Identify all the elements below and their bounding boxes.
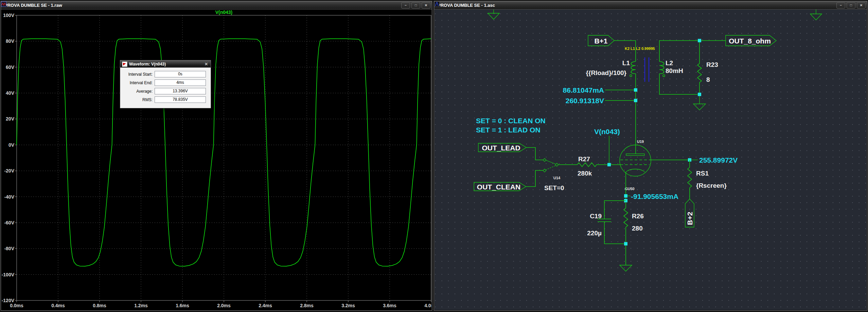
comment-lead-on[interactable]: SET = 1 : LEAD ON: [476, 126, 541, 134]
svg-text:OUT_CLEAN: OUT_CLEAN: [477, 183, 520, 191]
close-button[interactable]: ✕: [857, 2, 866, 8]
resistor-r27[interactable]: R27 280k: [577, 155, 597, 177]
svg-text:SET=0: SET=0: [544, 184, 564, 191]
inductor-l1[interactable]: L1 {{Rload}/100}: [586, 59, 636, 77]
resistor-r23[interactable]: R23 8: [697, 61, 718, 83]
interval-start-field[interactable]: 0s: [155, 71, 206, 77]
x-tick-label: 4.0ms: [424, 303, 431, 308]
plot-pane[interactable]: V(n043) 100V80V60V40V20V0V-20V-40V-60V-8…: [1, 10, 431, 310]
interval-end-field[interactable]: 4ms: [155, 79, 206, 86]
rms-label: RMS:: [120, 97, 155, 102]
minimize-button[interactable]: –: [836, 2, 845, 8]
y-tick-label: 100V: [3, 13, 14, 18]
x-tick-label: 3.2ms: [341, 303, 355, 308]
junction: [698, 93, 701, 96]
transformer-core: [645, 57, 649, 82]
plot-trace-title[interactable]: V(n043): [215, 10, 233, 15]
svg-text:U19: U19: [637, 140, 644, 144]
wire[interactable]: [659, 41, 726, 62]
schematic-window: PROVA DUMBLE SE - 1.asc – □ ✕ B+1 L1 {{R…: [434, 1, 867, 311]
maximize-button[interactable]: □: [847, 2, 855, 8]
node-label-vn043[interactable]: V(n043): [594, 128, 620, 135]
y-tick-label: -80V: [4, 246, 14, 251]
y-tick-label: 80V: [6, 38, 15, 44]
svg-text:OUT_LEAD: OUT_LEAD: [482, 144, 520, 152]
switch-u14[interactable]: U14 SET=0: [543, 159, 564, 191]
close-button[interactable]: ✕: [422, 2, 430, 8]
y-tick-label: -20V: [4, 168, 14, 173]
y-tick-label: -120V: [2, 298, 15, 303]
dialog-title: Waveform: V(n043): [129, 62, 203, 67]
y-tick-label: -40V: [4, 194, 14, 200]
dialog-titlebar[interactable]: Waveform: V(n043) ✕: [120, 60, 211, 68]
comment-clean-on[interactable]: SET = 0 : CLEAN ON: [476, 117, 546, 125]
y-tick-label: 40V: [6, 90, 15, 96]
y-tick-label: 60V: [6, 65, 15, 70]
flag-b-plus-1[interactable]: B+1: [588, 35, 614, 46]
wire[interactable]: [659, 74, 699, 94]
screen-voltage-annotation[interactable]: 255.89972V: [699, 156, 738, 164]
ground-symbol: [693, 94, 706, 110]
svg-text:{Rscreen}: {Rscreen}: [696, 182, 727, 189]
x-tick-label: 0.8ms: [93, 303, 106, 308]
wire[interactable]: [526, 148, 543, 160]
junction: [624, 242, 627, 245]
svg-text:{{Rload}/100}: {{Rload}/100}: [586, 69, 627, 76]
ground-symbol: [620, 265, 632, 271]
dialog-close-icon[interactable]: ✕: [203, 62, 209, 67]
svg-text:R27: R27: [578, 155, 590, 163]
flag-out-clean[interactable]: OUT_CLEAN: [474, 182, 526, 191]
flag-out-8-ohm[interactable]: OUT_8_ohm: [726, 35, 776, 46]
inductor-l2[interactable]: L2 80mH: [659, 59, 683, 77]
flag-b-plus-2[interactable]: B+2: [685, 199, 694, 227]
schematic-canvas[interactable]: B+1 L1 {{Rload}/100} K2 L1 L2 0.99995 L2…: [435, 10, 867, 310]
waveform-titlebar[interactable]: PROVA DUMBLE SE - 1.raw – □ ✕: [1, 1, 432, 10]
schematic-titlebar[interactable]: PROVA DUMBLE SE - 1.asc – □ ✕: [434, 1, 867, 10]
schematic-window-title: PROVA DUMBLE SE - 1.asc: [438, 3, 835, 8]
waveform-plot[interactable]: V(n043) 100V80V60V40V20V0V-20V-40V-60V-8…: [1, 10, 431, 310]
svg-text:280: 280: [632, 225, 643, 232]
svg-text:C19: C19: [590, 213, 602, 220]
x-tick-label: 0.0ms: [10, 303, 23, 308]
average-field[interactable]: 13.396V: [155, 88, 206, 94]
svg-text:220µ: 220µ: [587, 230, 602, 237]
minimize-button[interactable]: –: [401, 2, 410, 8]
junction: [624, 194, 627, 198]
x-tick-label: 1.6ms: [176, 303, 189, 308]
ground-symbol: [488, 10, 822, 20]
resistor-rs1[interactable]: RS1 {Rscreen}: [688, 167, 727, 189]
waveform-app-icon: [1, 1, 6, 7]
schematic-app-icon: [434, 1, 440, 7]
plate-current-annotation[interactable]: 86.81047mA: [563, 86, 604, 94]
ltspice-logo-icon: [122, 61, 127, 67]
cathode-current-annotation[interactable]: -91.905653mA: [631, 192, 678, 200]
svg-text:RS1: RS1: [696, 170, 709, 177]
waveform-window-title: PROVA DUMBLE SE - 1.raw: [4, 3, 400, 8]
y-tick-label: 20V: [6, 116, 15, 122]
svg-text:280k: 280k: [578, 170, 592, 177]
k-coupling-directive[interactable]: K2 L1 L2 0.99995: [625, 47, 655, 51]
rms-field[interactable]: 78.835V: [155, 96, 206, 103]
waveform-measure-dialog[interactable]: Waveform: V(n043) ✕ Interval Start: 0s I…: [120, 60, 211, 108]
capacitor-c19[interactable]: C19 220µ: [587, 201, 626, 244]
svg-text:B+2: B+2: [686, 212, 694, 225]
y-tick-label: -100V: [2, 272, 15, 277]
junction: [634, 99, 637, 102]
x-tick-label: 2.4ms: [259, 303, 272, 308]
svg-text:R26: R26: [632, 213, 644, 220]
wire[interactable]: [526, 170, 543, 187]
y-tick-label: 0V: [8, 142, 15, 148]
svg-text:B+1: B+1: [594, 37, 607, 45]
svg-text:L1: L1: [622, 59, 630, 67]
flag-out-lead[interactable]: OUT_LEAD: [478, 143, 526, 152]
resistor-r26[interactable]: R26 280: [624, 208, 644, 232]
tube-u19-gu50[interactable]: U19 GU50: [620, 140, 651, 191]
x-tick-label: 0.4ms: [51, 303, 65, 308]
svg-text:U14: U14: [553, 176, 561, 180]
junction: [698, 39, 701, 42]
x-tick-label: 3.6ms: [383, 303, 396, 308]
svg-text:80mH: 80mH: [666, 67, 683, 74]
wire[interactable]: [614, 41, 636, 62]
plate-voltage-annotation[interactable]: 260.91318V: [566, 97, 604, 105]
maximize-button[interactable]: □: [411, 2, 420, 8]
